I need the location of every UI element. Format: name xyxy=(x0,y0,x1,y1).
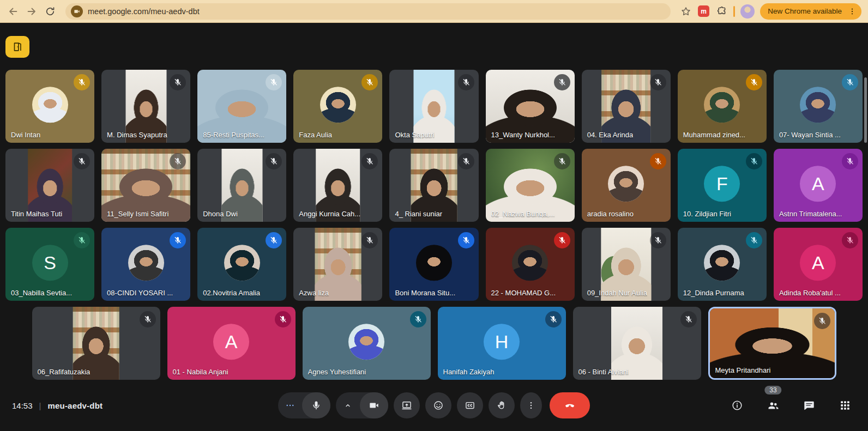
mic-off-icon xyxy=(746,232,762,248)
participant-tile[interactable]: 02.Novitria Amalia xyxy=(197,228,286,301)
forward-arrow-icon[interactable] xyxy=(25,5,38,18)
participant-name: Hanifah Zakiyah xyxy=(443,368,495,376)
emoji-reactions-button[interactable] xyxy=(425,392,451,418)
door-extension-icon[interactable] xyxy=(5,36,29,58)
audio-options-icon[interactable] xyxy=(278,392,302,418)
meeting-info: 14:53 | meu-aedv-dbt xyxy=(12,401,103,410)
profile-avatar[interactable] xyxy=(740,4,755,19)
info-icon[interactable] xyxy=(728,397,746,414)
toolbar-separator xyxy=(733,6,735,17)
participant-tile[interactable]: S03_Nabilla Sevtia... xyxy=(5,228,94,301)
camera-button[interactable] xyxy=(360,392,388,418)
more-options-button[interactable] xyxy=(520,392,542,418)
participant-tile[interactable]: F10. Zildjian Fitri xyxy=(678,149,767,222)
participant-tile[interactable]: A01 - Nabila Anjani xyxy=(167,307,296,380)
mic-off-icon xyxy=(361,232,378,248)
participant-tile[interactable]: Anggi Kurnia Cah... xyxy=(293,149,382,222)
participant-name: Azwa liza xyxy=(299,289,329,297)
participant-name: Titin Maihas Tuti xyxy=(11,210,62,218)
participant-tile[interactable]: HHanifah Zakiyah xyxy=(438,307,566,380)
participant-tile[interactable]: 85-Resti Puspitas... xyxy=(197,70,286,143)
red-extension-icon[interactable]: m xyxy=(698,5,709,17)
participant-tile[interactable]: 06 - Binti Alviani xyxy=(573,307,701,380)
participant-name: 22 - MOHAMAD G... xyxy=(491,289,556,297)
closed-captions-button[interactable] xyxy=(457,392,483,418)
mic-off-icon xyxy=(74,153,90,169)
chat-icon[interactable] xyxy=(800,397,818,414)
call-controls xyxy=(278,392,590,418)
participant-tile[interactable]: AAstnn Trimatalena... xyxy=(774,149,863,222)
letter-avatar: A xyxy=(800,245,836,281)
extensions-puzzle-icon[interactable] xyxy=(715,5,728,18)
mic-off-icon xyxy=(74,74,90,90)
participant-name: Okta Saputri xyxy=(395,131,434,139)
mic-off-icon xyxy=(361,153,378,169)
participant-tile[interactable]: 07- Wayan Sintia ... xyxy=(774,70,863,143)
microphone-button[interactable] xyxy=(302,392,330,418)
participant-tile[interactable]: 02_Nazwa Bunga,... xyxy=(486,149,575,222)
browser-menu-dots-icon[interactable] xyxy=(846,5,858,17)
participant-tile[interactable]: Agnes Yuhestifiani xyxy=(303,307,431,380)
participant-name: 11_Selly Ismi Safitri xyxy=(107,210,168,218)
meeting-code: meu-aedv-dbt xyxy=(47,401,103,410)
people-icon[interactable]: 33 xyxy=(764,397,782,414)
participant-tile[interactable]: 13_Wanty Nurkhol... xyxy=(486,70,575,143)
letter-avatar: F xyxy=(704,166,740,202)
photo-avatar xyxy=(348,324,384,360)
back-arrow-icon[interactable] xyxy=(7,5,20,18)
self-view-tile[interactable]: Meyta Pritandhari xyxy=(708,307,836,380)
scrollbar[interactable] xyxy=(864,77,867,143)
participant-tile[interactable]: Boni Morana Situ... xyxy=(389,228,478,301)
participant-tile[interactable]: 06_Rafifatuzakia xyxy=(32,307,160,380)
participant-tile[interactable]: Muhammad zined... xyxy=(678,70,767,143)
photo-avatar xyxy=(224,245,260,281)
participant-tile[interactable]: AAdinda Roba'atul ... xyxy=(774,228,863,301)
participant-name: Agnes Yuhestifiani xyxy=(308,368,366,376)
mic-control xyxy=(278,392,330,418)
participant-tile[interactable]: 4_ Riani suniar xyxy=(389,149,478,222)
letter-avatar: A xyxy=(213,324,249,360)
control-bar: 14:53 | meu-aedv-dbt xyxy=(0,380,868,431)
participant-name: 12_Dinda Purnama xyxy=(683,289,744,297)
address-bar[interactable]: meet.google.com/meu-aedv-dbt xyxy=(65,3,671,20)
participant-tile[interactable]: aradia rosalino xyxy=(582,149,671,222)
participant-name: 03_Nabilla Sevtia... xyxy=(11,289,72,297)
mic-off-icon xyxy=(458,153,474,169)
mic-off-icon xyxy=(458,232,474,248)
participant-tile[interactable]: 22 - MOHAMAD G... xyxy=(486,228,575,301)
participant-tile[interactable]: Okta Saputri xyxy=(389,70,478,143)
raise-hand-button[interactable] xyxy=(489,392,515,418)
participant-tile[interactable]: Titin Maihas Tuti xyxy=(5,149,94,222)
camera-options-icon[interactable] xyxy=(336,392,360,418)
participant-name: M. Dimas Syaputra xyxy=(107,131,167,139)
participant-name: Dwi Intan xyxy=(11,131,40,139)
participant-tile[interactable]: 09_Indah Nur Aulia xyxy=(582,228,671,301)
participant-name: 4_ Riani suniar xyxy=(395,210,442,218)
participant-name: 02.Novitria Amalia xyxy=(203,289,260,297)
letter-avatar: S xyxy=(32,245,68,281)
participant-name: 10. Zildjian Fitri xyxy=(683,210,731,218)
meeting-area: Dwi IntanM. Dimas Syaputra85-Resti Puspi… xyxy=(0,23,868,431)
update-chrome-button[interactable]: New Chrome available xyxy=(760,3,861,20)
participant-tile[interactable]: Azwa liza xyxy=(293,228,382,301)
participant-tile[interactable]: Dwi Intan xyxy=(5,70,94,143)
participant-tile[interactable]: Dhona Dwi xyxy=(197,149,286,222)
mic-off-icon xyxy=(458,74,474,90)
participant-tile[interactable]: 12_Dinda Purnama xyxy=(678,228,767,301)
participant-name: 08-CINDI YOSARI ... xyxy=(107,289,173,297)
participant-name: Astnn Trimatalena... xyxy=(779,210,842,218)
participant-tile[interactable]: 04. Eka Arinda xyxy=(582,70,671,143)
participant-tile[interactable]: M. Dimas Syaputra xyxy=(101,70,190,143)
participant-tile[interactable]: Faza Aulia xyxy=(293,70,382,143)
end-call-button[interactable] xyxy=(550,392,590,418)
apps-grid-icon[interactable] xyxy=(836,397,854,414)
present-screen-button[interactable] xyxy=(394,392,420,418)
photo-avatar xyxy=(512,245,548,281)
refresh-icon[interactable] xyxy=(44,5,57,18)
mic-off-icon xyxy=(170,74,186,90)
participant-tile[interactable]: 08-CINDI YOSARI ... xyxy=(101,228,190,301)
participant-name: Dhona Dwi xyxy=(203,210,238,218)
participant-tile[interactable]: 11_Selly Ismi Safitri xyxy=(101,149,190,222)
participant-name: Anggi Kurnia Cah... xyxy=(299,210,360,218)
bookmark-star-icon[interactable] xyxy=(679,5,692,18)
